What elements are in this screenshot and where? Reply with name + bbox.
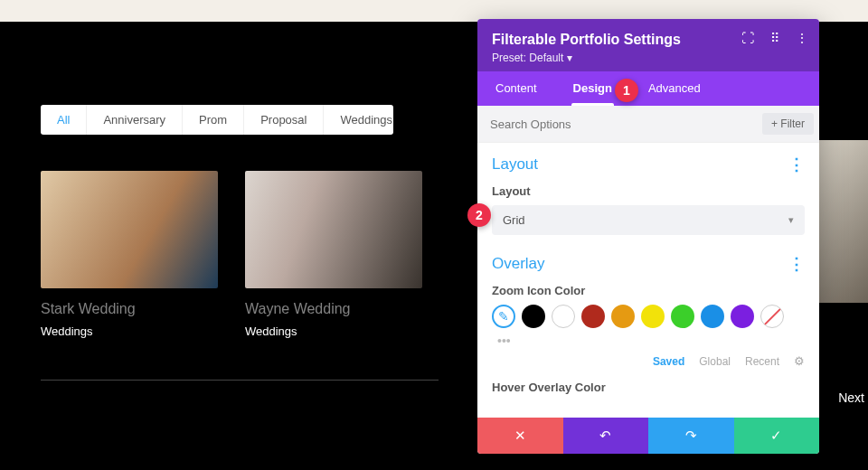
swatch-red[interactable] bbox=[581, 305, 605, 328]
callout-2: 2 bbox=[467, 203, 491, 227]
panel-footer: ✕ ↶ ↷ ✓ bbox=[477, 418, 819, 454]
swatch-white[interactable] bbox=[552, 305, 575, 328]
redo-button[interactable]: ↷ bbox=[648, 418, 734, 454]
close-icon: ✕ bbox=[514, 428, 526, 444]
portfolio-title: Wayne Wedding bbox=[245, 301, 422, 317]
cancel-button[interactable]: ✕ bbox=[477, 418, 563, 454]
portfolio-card[interactable]: Stark Wedding Weddings bbox=[41, 171, 218, 338]
check-icon: ✓ bbox=[770, 428, 782, 444]
swatch-blue[interactable] bbox=[701, 305, 724, 328]
section-overlay: Overlay ⋮ Zoom Icon Color ✎ ••• bbox=[492, 255, 805, 394]
save-button[interactable]: ✓ bbox=[734, 418, 820, 454]
search-input[interactable] bbox=[490, 118, 762, 131]
select-caret-icon: ▾ bbox=[788, 214, 794, 226]
swatch-orange[interactable] bbox=[611, 305, 635, 328]
plus-icon: + bbox=[771, 118, 778, 130]
hover-overlay-label: Hover Overlay Color bbox=[492, 381, 805, 394]
divider bbox=[41, 380, 439, 381]
swatch-green[interactable] bbox=[671, 305, 694, 328]
filter-button[interactable]: + Filter bbox=[762, 113, 814, 135]
redo-icon: ↷ bbox=[685, 428, 697, 444]
gear-icon[interactable]: ⚙ bbox=[794, 354, 805, 368]
portfolio-title: Stark Wedding bbox=[41, 301, 218, 317]
eyedropper-icon[interactable]: ✎ bbox=[492, 305, 515, 328]
portfolio-category: Weddings bbox=[41, 324, 218, 338]
layout-label: Layout bbox=[492, 184, 805, 198]
filter-all[interactable]: All bbox=[41, 105, 87, 135]
section-menu-icon[interactable]: ⋮ bbox=[788, 156, 805, 173]
section-menu-icon[interactable]: ⋮ bbox=[788, 256, 805, 272]
undo-button[interactable]: ↶ bbox=[563, 418, 649, 454]
next-link[interactable]: Next bbox=[838, 390, 864, 405]
colortab-global[interactable]: Global bbox=[699, 355, 731, 368]
section-title: Overlay bbox=[492, 255, 545, 273]
panel-preset[interactable]: Preset: Default ▾ bbox=[492, 52, 805, 64]
layout-select[interactable]: Grid ▾ bbox=[492, 205, 805, 235]
portfolio-thumb bbox=[41, 171, 218, 288]
section-layout: Layout ⋮ Layout Grid ▾ bbox=[492, 155, 805, 235]
filter-proposal[interactable]: Proposal bbox=[244, 105, 324, 135]
undo-icon: ↶ bbox=[599, 428, 611, 444]
settings-panel: Filterable Portfolio Settings Preset: De… bbox=[477, 19, 819, 454]
filter-prom[interactable]: Prom bbox=[183, 105, 244, 135]
drag-icon[interactable]: ⠿ bbox=[769, 32, 781, 44]
kebab-icon[interactable]: ⋮ bbox=[796, 32, 808, 44]
filter-weddings[interactable]: Weddings bbox=[324, 105, 393, 135]
color-swatches: ✎ bbox=[492, 305, 805, 328]
portfolio-thumb bbox=[245, 171, 422, 288]
filter-bar: All Anniversary Prom Proposal Weddings bbox=[41, 105, 393, 135]
swatch-none[interactable] bbox=[760, 305, 784, 328]
chevron-down-icon: ▾ bbox=[567, 52, 572, 64]
filter-anniversary[interactable]: Anniversary bbox=[87, 105, 183, 135]
more-icon[interactable]: ••• bbox=[497, 334, 511, 348]
swatch-black[interactable] bbox=[522, 305, 545, 328]
expand-icon[interactable]: ⛶ bbox=[741, 32, 754, 44]
tab-advanced[interactable]: Advanced bbox=[630, 71, 719, 106]
section-title: Layout bbox=[492, 155, 538, 174]
colortab-recent[interactable]: Recent bbox=[745, 355, 779, 368]
portfolio-category: Weddings bbox=[245, 324, 422, 338]
colortab-saved[interactable]: Saved bbox=[653, 355, 684, 368]
tab-content[interactable]: Content bbox=[477, 71, 555, 106]
zoom-icon-color-label: Zoom Icon Color bbox=[492, 284, 805, 297]
portfolio-card[interactable]: Wayne Wedding Weddings bbox=[245, 171, 422, 338]
callout-1: 1 bbox=[615, 79, 638, 102]
swatch-yellow[interactable] bbox=[641, 305, 665, 328]
swatch-purple[interactable] bbox=[731, 305, 754, 328]
panel-tabs: Content Design Advanced bbox=[477, 71, 819, 106]
